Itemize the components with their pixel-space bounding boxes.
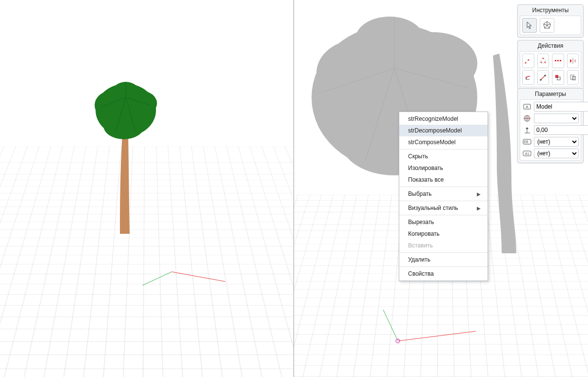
svg-line-29 xyxy=(545,25,547,28)
svg-point-18 xyxy=(355,17,424,61)
polyhedron-tool-button[interactable] xyxy=(540,18,554,33)
origin-axes-left xyxy=(142,267,230,296)
svg-rect-40 xyxy=(560,60,561,61)
svg-point-37 xyxy=(540,62,542,63)
name-field-icon: A xyxy=(522,102,532,112)
menu-item[interactable]: Копировать xyxy=(399,228,488,240)
svg-marker-42 xyxy=(570,59,572,63)
array-icon xyxy=(554,57,562,65)
menu-item[interactable]: strDecomposeModel xyxy=(399,125,488,136)
menu-item[interactable]: strRecognizeModel xyxy=(399,113,488,125)
svg-line-30 xyxy=(547,25,549,28)
action-copy-button[interactable] xyxy=(552,70,564,85)
polyhedron-icon xyxy=(543,21,551,30)
menu-item-label: Показать все xyxy=(408,176,444,183)
svg-rect-38 xyxy=(555,60,556,61)
name-input[interactable] xyxy=(534,102,588,112)
menu-item[interactable]: Визуальный стиль▶ xyxy=(399,202,488,214)
svg-line-1 xyxy=(172,272,225,282)
svg-line-0 xyxy=(142,272,172,285)
menu-separator xyxy=(399,187,488,187)
chevron-right-icon: ▶ xyxy=(477,206,481,211)
svg-line-12 xyxy=(383,310,398,341)
svg-point-48 xyxy=(544,75,546,76)
cursor-icon xyxy=(526,21,533,29)
action-mirror-button[interactable] xyxy=(567,54,579,68)
menu-separator xyxy=(399,149,488,150)
menu-item-label: strComposeModel xyxy=(408,139,455,146)
viewport-left[interactable] xyxy=(0,0,294,377)
paste-shape-icon xyxy=(569,74,577,81)
menu-item-label: Копировать xyxy=(408,230,440,237)
panel-tools-title: Инструменты xyxy=(518,5,583,16)
svg-point-47 xyxy=(540,79,542,81)
hatch-field-icon xyxy=(522,137,532,147)
panel-tools: Инструменты xyxy=(517,4,584,38)
menu-separator xyxy=(399,201,488,201)
scale-icon xyxy=(539,74,547,81)
menu-item-label: Удалить xyxy=(408,256,431,263)
layer-select[interactable]: (нет) xyxy=(534,149,579,158)
building-field-icon xyxy=(522,113,532,123)
action-paste-button[interactable] xyxy=(567,70,579,85)
menu-separator xyxy=(399,266,488,267)
menu-item[interactable]: Показать все xyxy=(399,174,488,186)
rotate-dots-icon xyxy=(539,57,547,65)
menu-item[interactable]: Вырезать xyxy=(399,216,488,228)
svg-point-35 xyxy=(542,58,544,59)
menu-item-label: Вставить xyxy=(408,242,433,249)
select-tool-button[interactable] xyxy=(522,18,537,33)
svg-line-46 xyxy=(541,75,545,80)
svg-marker-58 xyxy=(526,127,529,129)
panel-parameters: Параметры A мм xyxy=(517,88,584,163)
menu-item[interactable]: Свойства xyxy=(399,268,488,280)
svg-text:A1: A1 xyxy=(525,152,529,155)
elevation-field-icon xyxy=(522,125,532,135)
menu-item[interactable]: Удалить xyxy=(399,254,488,265)
elevation-input[interactable] xyxy=(534,125,588,135)
rotate90-icon xyxy=(524,74,532,81)
menu-item[interactable]: strComposeModel xyxy=(399,136,488,148)
menu-item: Вставить xyxy=(399,240,488,251)
svg-rect-49 xyxy=(555,75,558,78)
palm-tree-left xyxy=(87,68,165,244)
svg-rect-59 xyxy=(523,139,531,144)
menu-item[interactable]: Изолировать xyxy=(399,162,488,174)
panel-parameters-title: Параметры xyxy=(518,89,583,99)
svg-line-13 xyxy=(398,331,476,341)
building-select[interactable] xyxy=(534,113,579,123)
menu-item-label: Свойства xyxy=(408,270,434,277)
menu-item-label: Вырезать xyxy=(408,219,434,226)
menu-item-label: Визуальный стиль xyxy=(408,205,458,211)
move-dots-icon xyxy=(524,57,532,65)
origin-axes-right xyxy=(378,307,481,351)
action-rotate90-button[interactable] xyxy=(522,70,534,85)
menu-item[interactable]: Выбрать▶ xyxy=(399,188,488,200)
svg-rect-39 xyxy=(557,60,559,61)
layer-field-icon: A1 xyxy=(522,149,532,158)
action-array-button[interactable] xyxy=(552,54,564,68)
action-move-button[interactable] xyxy=(522,54,534,68)
copy-shape-icon xyxy=(554,74,562,81)
hatch-select[interactable]: (нет) xyxy=(534,137,579,147)
menu-item-label: Выбрать xyxy=(408,190,431,197)
menu-item-label: Скрыть xyxy=(408,153,428,160)
context-menu: strRecognizeModelstrDecomposeModelstrCom… xyxy=(399,112,488,281)
chevron-right-icon: ▶ xyxy=(477,191,481,197)
panel-actions: Действия xyxy=(517,40,584,90)
svg-point-6 xyxy=(103,112,144,139)
menu-item-label: strRecognizeModel xyxy=(408,115,458,122)
menu-separator xyxy=(399,252,488,253)
mirror-icon xyxy=(569,57,577,65)
panel-actions-title: Действия xyxy=(518,40,583,51)
svg-point-36 xyxy=(544,62,546,63)
viewport-container xyxy=(0,0,588,377)
menu-separator xyxy=(399,215,488,215)
menu-item-label: strDecomposeModel xyxy=(408,127,462,134)
action-scale-button[interactable] xyxy=(537,70,549,85)
menu-item[interactable]: Скрыть xyxy=(399,151,488,162)
svg-text:A: A xyxy=(526,105,529,109)
action-rotate-button[interactable] xyxy=(537,54,549,68)
menu-item-label: Изолировать xyxy=(408,165,443,171)
svg-marker-43 xyxy=(574,59,576,63)
